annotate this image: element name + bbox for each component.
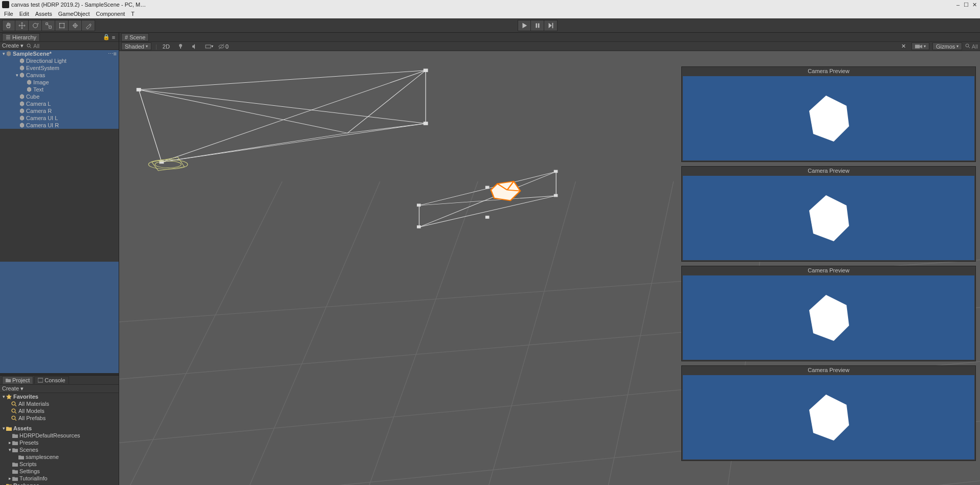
hierarchy-item[interactable]: Text [0,86,119,93]
gameobject-icon [19,94,25,99]
hierarchy-create-dropdown[interactable]: Create ▾ [2,42,24,49]
svg-point-22 [966,44,969,47]
menu-truncated[interactable]: T [128,11,138,17]
folder-icon [6,483,12,486]
camera-preview-title: Camera Preview [682,266,975,274]
hierarchy-item[interactable]: ▾Canvas [0,72,119,79]
project-create-dropdown[interactable]: Create ▾ [2,385,24,392]
move-tool[interactable] [15,20,29,31]
svg-point-12 [27,44,30,47]
hierarchy-item[interactable]: Camera R [0,107,119,114]
lighting-toggle[interactable] [175,42,186,50]
saved-search[interactable]: All Materials [0,400,119,407]
mode-2d-toggle[interactable]: 2D [161,42,171,50]
rect-tool[interactable] [55,20,69,31]
expand-arrow-icon[interactable]: ▾ [1,426,6,431]
project-folder[interactable]: ▸TutorialInfo [0,475,119,482]
expand-arrow-icon[interactable]: ▾ [14,73,19,78]
favorites-header[interactable]: ▾ Favorites [0,393,119,400]
expand-arrow-icon[interactable]: ▸ [1,483,6,485]
svg-line-42 [162,71,426,162]
project-folder[interactable]: ▸Presets [0,439,119,446]
minimize-button[interactable]: – [954,2,962,8]
scene-tab[interactable]: # Scene [121,33,149,41]
settings-icon[interactable]: ✕ [898,42,908,50]
panel-lock-icon[interactable]: 🔒 [103,34,109,40]
project-folder[interactable]: samplescene [0,453,119,460]
expand-arrow-icon[interactable]: ▸ [7,476,12,481]
svg-point-6 [59,27,60,28]
hierarchy-item[interactable]: Camera L [0,100,119,107]
scene-viewport[interactable]: y x z Camera PreviewCamera PreviewCamera… [119,51,980,485]
close-button[interactable]: ✕ [971,2,978,8]
shading-mode-dropdown[interactable]: Shaded ▾ [121,42,151,50]
camera-preview: Camera Preview [681,166,976,262]
menu-component[interactable]: Component [93,11,128,17]
hierarchy-subbar: Create ▾ All [0,42,119,50]
folder-icon [12,433,18,438]
saved-search[interactable]: All Models [0,407,119,414]
project-tab[interactable]: Project [2,376,33,384]
svg-point-4 [59,22,60,24]
console-tab[interactable]: Console [34,376,69,384]
folder-icon [18,454,24,460]
play-button[interactable] [518,20,531,31]
hierarchy-item[interactable]: Image [0,79,119,86]
camera-dropdown[interactable]: ▾ [911,42,929,50]
svg-rect-10 [538,23,539,28]
audio-toggle[interactable] [190,42,200,50]
assets-header[interactable]: ▾ Assets [0,425,119,432]
unity-logo-icon [2,1,9,8]
fx-toggle[interactable]: ▾ [204,42,214,50]
menu-assets[interactable]: Assets [32,11,55,17]
hierarchy-scene-row[interactable]: ▾ SampleScene* ⋯≡ [0,50,119,57]
packages-header[interactable]: ▸ Packages [0,482,119,485]
menu-gameobject[interactable]: GameObject [55,11,93,17]
expand-arrow-icon[interactable]: ▾ [7,447,12,452]
project-folder[interactable]: ▾Scenes [0,446,119,453]
custom-tool[interactable] [82,20,95,31]
scene-search[interactable]: All [965,43,978,50]
folder-icon [12,461,18,467]
pause-button[interactable] [531,20,544,31]
transform-tool[interactable] [69,20,82,31]
svg-marker-72 [809,96,849,142]
svg-rect-3 [59,23,64,28]
svg-line-39 [347,124,426,133]
hidden-count[interactable]: 0 [218,42,229,50]
hierarchy-item[interactable]: Cube [0,93,119,100]
hierarchy-tree[interactable]: ▾ SampleScene* ⋯≡ Directional LightEvent… [0,50,119,373]
hierarchy-tab[interactable]: Hierarchy [2,33,40,41]
hierarchy-item[interactable]: EventSystem [0,64,119,72]
svg-rect-56 [486,186,489,189]
saved-search[interactable]: All Prefabs [0,414,119,422]
search-icon [11,415,17,421]
rotate-tool[interactable] [29,20,42,31]
hierarchy-search[interactable]: All [27,43,39,49]
scale-tool[interactable] [42,20,55,31]
menu-file[interactable]: File [1,11,16,17]
menu-edit[interactable]: Edit [16,11,32,17]
expand-arrow-icon[interactable]: ▾ [1,51,6,56]
hierarchy-item[interactable]: Camera UI R [0,122,119,129]
project-folder[interactable]: HDRPDefaultResources [0,432,119,439]
scene-menu-icon[interactable]: ⋯≡ [108,51,117,57]
svg-marker-36 [139,71,426,162]
expand-arrow-icon[interactable]: ▾ [1,394,6,399]
svg-rect-52 [417,204,420,206]
hierarchy-item[interactable]: Directional Light [0,57,119,64]
hand-tool[interactable] [2,20,15,31]
gizmos-dropdown[interactable]: Gizmos ▾ [932,42,962,50]
project-folder[interactable]: Scripts [0,460,119,468]
gameobject-icon [19,116,25,121]
svg-point-15 [12,409,15,412]
folder-icon [12,440,18,446]
step-button[interactable] [544,20,558,31]
expand-arrow-icon[interactable]: ▸ [7,440,12,445]
project-folder[interactable]: Settings [0,468,119,475]
camera-preview-viewport [683,275,974,360]
project-tree[interactable]: ▾ Favorites All MaterialsAll ModelsAll P… [0,393,119,485]
hierarchy-item[interactable]: Camera UI L [0,114,119,122]
panel-menu-icon[interactable]: ≡ [110,34,117,40]
maximize-button[interactable]: ☐ [963,2,970,8]
